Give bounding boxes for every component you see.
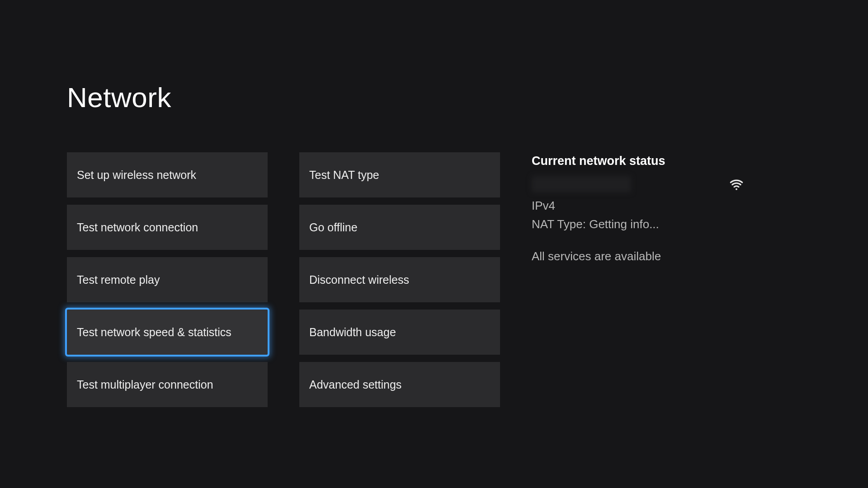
wifi-icon [729,177,744,192]
menu-item-label: Test network connection [77,221,198,234]
network-ssid-blurred [532,176,631,192]
svg-point-0 [736,188,737,190]
menu-item-label: Test network speed & statistics [77,326,231,339]
menu-item-label: Disconnect wireless [309,273,409,286]
menu-item-label: Test remote play [77,273,160,286]
network-status-header: Current network status [532,154,744,168]
menu-item-advanced-settings[interactable]: Advanced settings [299,362,500,407]
network-ssid-row [532,176,744,192]
menu-item-test-nat-type[interactable]: Test NAT type [299,152,500,197]
menu-item-set-up-wireless-network[interactable]: Set up wireless network [67,152,268,197]
menu-item-label: Set up wireless network [77,169,196,182]
menu-item-label: Test NAT type [309,169,379,182]
network-nat-type: NAT Type: Getting info... [532,217,744,231]
menu-item-test-remote-play[interactable]: Test remote play [67,257,268,302]
menu-item-label: Go offline [309,221,358,234]
menu-column-2: Test NAT typeGo offlineDisconnect wirele… [299,152,500,407]
network-ip-version: IPv4 [532,199,744,213]
menu-column-1: Set up wireless networkTest network conn… [67,152,268,407]
menu-item-label: Bandwidth usage [309,326,396,339]
network-status-panel: Current network status IPv4 NAT Type: Ge… [532,152,744,268]
menu-item-test-multiplayer-connection[interactable]: Test multiplayer connection [67,362,268,407]
menu-item-bandwidth-usage[interactable]: Bandwidth usage [299,310,500,355]
menu-item-label: Test multiplayer connection [77,378,213,391]
page-title: Network [67,81,801,113]
menu-item-label: Advanced settings [309,378,401,391]
menu-item-disconnect-wireless[interactable]: Disconnect wireless [299,257,500,302]
menu-item-test-network-connection[interactable]: Test network connection [67,205,268,250]
menu-item-go-offline[interactable]: Go offline [299,205,500,250]
network-services-status: All services are available [532,249,744,263]
menu-item-test-network-speed-statistics[interactable]: Test network speed & statistics [67,310,268,355]
